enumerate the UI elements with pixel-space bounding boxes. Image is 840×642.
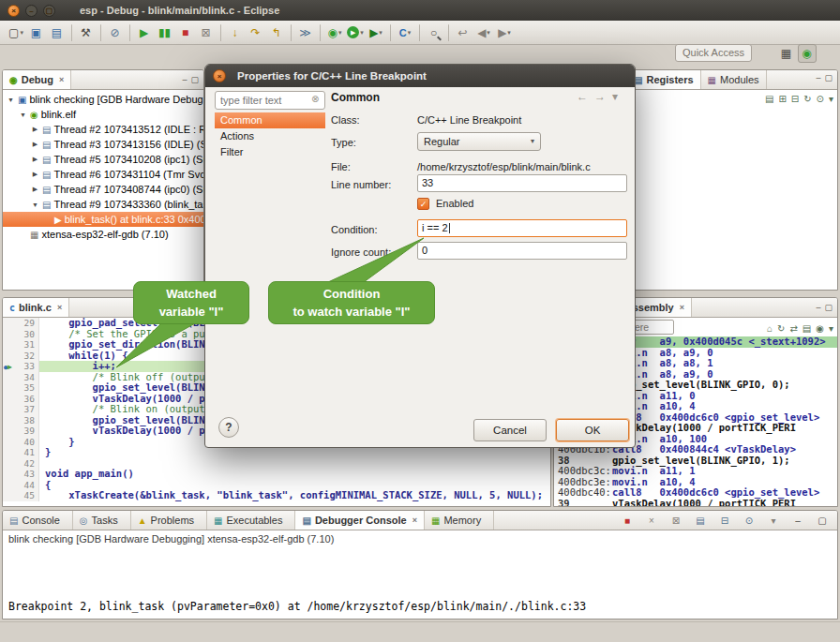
line-number[interactable]: 32 bbox=[15, 351, 39, 362]
toolbar-button[interactable] bbox=[220, 24, 221, 41]
toolbar-button[interactable] bbox=[100, 24, 101, 41]
minimize-view-icon[interactable]: – bbox=[182, 75, 187, 84]
skip-all-breakpoints-button[interactable]: ⊘ bbox=[106, 23, 125, 42]
line-number[interactable]: 39 bbox=[15, 426, 39, 437]
console-body[interactable]: blink checking [GDB Hardware Debugging] … bbox=[3, 530, 837, 619]
sync-with-stack-button[interactable]: ⇄ bbox=[789, 323, 797, 334]
chevron-down-icon[interactable]: ▾ bbox=[612, 90, 618, 103]
line-number[interactable]: 31 bbox=[15, 339, 39, 351]
tree-expander-icon[interactable]: ▶ bbox=[31, 141, 39, 148]
tree-item-program[interactable]: ▼ ◉ blink.elf bbox=[3, 107, 203, 122]
breakpoint-gutter[interactable] bbox=[3, 426, 15, 437]
registers-layout-button[interactable]: ▤ bbox=[765, 94, 773, 104]
debug-perspective-button[interactable]: ◉ bbox=[798, 44, 817, 63]
tree-item-thread[interactable]: ▼ ▤ Thread #9 1073433360 (blink_task bbox=[3, 197, 203, 212]
tree-item-thread[interactable]: ▶ ▤ Thread #2 1073413512 (IDLE : Runn bbox=[3, 122, 203, 137]
quick-access-button[interactable]: Quick Access bbox=[675, 44, 752, 62]
back-button[interactable]: ◀ ▾ bbox=[474, 23, 493, 42]
filter-input[interactable] bbox=[215, 91, 325, 110]
build-all-button[interactable]: ⚒ bbox=[77, 23, 96, 42]
line-number[interactable]: 41 bbox=[15, 447, 39, 458]
maximize-view-icon[interactable]: ▢ bbox=[190, 75, 199, 84]
tab-debugger-console[interactable]: ▤ Debugger Console × bbox=[295, 511, 425, 530]
breakpoint-gutter[interactable] bbox=[3, 318, 15, 329]
line-number[interactable]: 40 bbox=[15, 437, 39, 448]
disconnect-button[interactable]: ⊠ bbox=[197, 23, 216, 42]
dialog-close-button[interactable]: × bbox=[213, 69, 226, 82]
tree-expander-icon[interactable]: ▼ bbox=[31, 202, 39, 208]
pin-console-button[interactable]: ⊙ bbox=[740, 513, 758, 528]
breakpoint-gutter[interactable] bbox=[3, 361, 15, 372]
breakpoint-gutter[interactable] bbox=[3, 339, 15, 351]
line-number[interactable]: 29 bbox=[15, 318, 39, 329]
run-button[interactable]: ▶ ▾ bbox=[346, 23, 365, 42]
breakpoint-gutter[interactable] bbox=[3, 447, 15, 458]
search-button[interactable]: ○ bbox=[425, 23, 443, 42]
toolbar-button[interactable] bbox=[129, 24, 130, 41]
back-icon[interactable]: ← bbox=[577, 90, 588, 103]
tab-close-icon[interactable]: × bbox=[412, 515, 417, 525]
scroll-lock-button[interactable]: ⊟ bbox=[715, 513, 734, 528]
new-c-project-button[interactable]: C ▾ bbox=[396, 23, 414, 42]
tree-item-launch-config[interactable]: ▼ ▣ blink checking [GDB Hardware Debug bbox=[3, 92, 203, 107]
breakpoint-gutter[interactable] bbox=[3, 394, 15, 405]
forward-button[interactable]: ▶ ▾ bbox=[495, 23, 514, 42]
tree-expander-icon[interactable]: ▶ bbox=[31, 156, 39, 163]
code-text[interactable]: void app_main() bbox=[39, 469, 550, 480]
breakpoint-gutter[interactable] bbox=[3, 437, 15, 448]
breakpoint-gutter[interactable] bbox=[3, 382, 15, 394]
toolbar-button[interactable] bbox=[71, 24, 72, 41]
new-wizard-button[interactable]: ▢ ▾ bbox=[7, 23, 25, 42]
code-line[interactable]: 43 void app_main() bbox=[3, 469, 550, 480]
line-number[interactable]: 35 bbox=[15, 382, 39, 394]
save-all-button[interactable]: ▤ bbox=[48, 23, 67, 42]
breakpoint-gutter[interactable] bbox=[3, 404, 15, 415]
line-number-input[interactable]: 33 bbox=[417, 174, 627, 192]
ok-button[interactable]: OK bbox=[556, 419, 629, 441]
code-line[interactable]: 45 xTaskCreate(&blink_task, "blink_task"… bbox=[3, 490, 550, 501]
remove-all-launches-button[interactable]: ⊠ bbox=[667, 513, 685, 528]
refresh-registers-button[interactable]: ↻ bbox=[803, 94, 811, 104]
code-line[interactable]: 41 } bbox=[3, 447, 550, 458]
save-button[interactable]: ▣ bbox=[27, 23, 46, 42]
line-number[interactable]: 44 bbox=[15, 480, 39, 491]
home-button[interactable]: ⌂ bbox=[767, 323, 772, 334]
toggle-breakpoint-button[interactable]: ◉ bbox=[816, 323, 824, 334]
minimize-view-icon[interactable]: – bbox=[816, 73, 820, 82]
line-number[interactable]: 34 bbox=[15, 372, 39, 383]
pin-view-button[interactable]: ⊙ bbox=[817, 94, 824, 104]
line-number[interactable]: 42 bbox=[15, 458, 39, 470]
tree-item-thread[interactable]: ▶ ▤ Thread #6 1073431104 (Tmr Svc) (S bbox=[3, 167, 203, 182]
expand-all-button[interactable]: ⊞ bbox=[778, 94, 786, 104]
tree-expander-icon[interactable]: ▶ bbox=[31, 186, 39, 193]
console-output[interactable]: Breakpoint 2, blink_task (pvParameter=0x… bbox=[3, 547, 837, 619]
suspend-button[interactable]: ▮▮ bbox=[156, 23, 174, 42]
tree-item-stack-frame[interactable]: ▶ blink_task() at blink.c:33 0x400db bbox=[3, 212, 203, 227]
toolbar-button[interactable] bbox=[320, 24, 321, 41]
breakpoint-gutter[interactable] bbox=[3, 469, 15, 480]
disassembly-line[interactable]: 400dbc40: call8 0x400dc6c0 <gpio_set_lev… bbox=[554, 487, 837, 499]
tab-memory[interactable]: ▦ Memory bbox=[425, 511, 494, 530]
tree-item-gdb-process[interactable]: ▦ xtensa-esp32-elf-gdb (7.10) bbox=[3, 227, 203, 242]
open-perspective-button[interactable]: ▦ bbox=[777, 44, 796, 63]
dialog-nav-actions[interactable]: Actions bbox=[215, 128, 325, 144]
tab-close-icon[interactable]: × bbox=[59, 75, 64, 84]
tab-blink-c[interactable]: c blink.c × bbox=[3, 298, 69, 317]
line-number[interactable]: 30 bbox=[15, 329, 39, 340]
disassembly-line[interactable]: 39 vTaskDelay(1000 / portTICK_PERI bbox=[554, 499, 837, 507]
type-select[interactable]: Regular ▾ bbox=[417, 132, 541, 151]
maximize-button[interactable]: ▢ bbox=[813, 513, 832, 528]
tab-problems[interactable]: ▲ Problems bbox=[131, 511, 207, 530]
forward-icon[interactable]: → bbox=[594, 90, 606, 103]
collapse-all-button[interactable]: ⊟ bbox=[791, 94, 799, 104]
step-return-button[interactable]: ↰ bbox=[267, 23, 286, 42]
tab-tasks[interactable]: ◎ Tasks bbox=[73, 511, 131, 530]
breakpoint-gutter[interactable] bbox=[3, 351, 15, 362]
window-minimize-button[interactable]: – bbox=[25, 5, 38, 17]
cancel-button[interactable]: Cancel bbox=[473, 419, 547, 441]
tab-modules[interactable]: ▦ Modules bbox=[701, 70, 767, 89]
tree-expander-icon[interactable]: ▼ bbox=[7, 97, 15, 103]
view-menu-button[interactable]: ▾ bbox=[829, 94, 833, 104]
maximize-view-icon[interactable]: ▢ bbox=[824, 73, 832, 82]
toolbar-button[interactable] bbox=[419, 24, 420, 41]
